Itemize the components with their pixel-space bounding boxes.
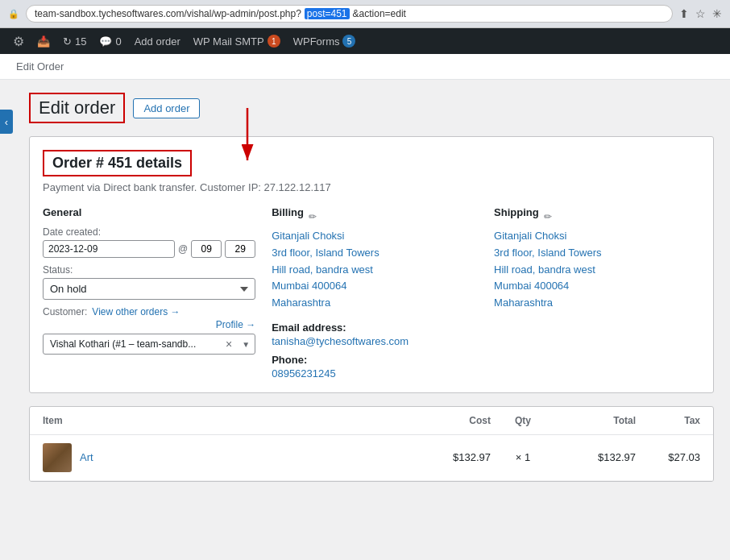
url-highlight: post=451 xyxy=(305,8,350,19)
new-label: Add order xyxy=(135,35,180,48)
browser-actions: ⬆ ☆ ✳ xyxy=(679,7,722,20)
date-input[interactable] xyxy=(43,240,175,258)
billing-phone: 08956231245 xyxy=(272,367,478,380)
inbox-icon: 📥 xyxy=(37,35,50,48)
customer-clear-icon[interactable]: × xyxy=(221,338,237,351)
item-cost: $132.97 xyxy=(410,451,491,463)
billing-header: Billing ✏ xyxy=(272,206,478,226)
item-total: $132.97 xyxy=(555,451,636,463)
adminbar-inbox[interactable]: 📥 xyxy=(31,28,56,54)
add-order-button[interactable]: Add order xyxy=(133,98,200,118)
sidebar-toggle[interactable]: ‹ xyxy=(0,110,13,134)
shipping-address: Gitanjali Choksi 3rd floor, Island Tower… xyxy=(494,228,700,312)
breadcrumb-bar: Edit Order xyxy=(0,54,730,80)
status-field: Status: On hold Pending payment Processi… xyxy=(43,264,255,300)
billing-phone-label: Phone: xyxy=(272,354,478,366)
adminbar-new[interactable]: Add order xyxy=(128,28,187,54)
shipping-address1: 3rd floor, Island Towers xyxy=(494,245,700,262)
shipping-header: Shipping ✏ xyxy=(494,206,700,226)
customer-select-row[interactable]: Vishal Kothari (#1 – team-sandb... × ▼ xyxy=(43,334,255,355)
shipping-city-zip: Mumbai 400064 xyxy=(494,278,700,295)
minute-input[interactable] xyxy=(225,240,255,258)
shipping-edit-icon[interactable]: ✏ xyxy=(544,211,552,222)
item-qty: × 1 xyxy=(491,451,555,463)
order-sections: General Date created: @ Status: On hold … xyxy=(43,206,700,380)
profile-link[interactable]: Profile → xyxy=(216,319,255,330)
billing-email-label: Email address: xyxy=(272,321,478,334)
comments-count: 0 xyxy=(115,35,121,48)
customer-dropdown-icon[interactable]: ▼ xyxy=(237,340,255,349)
customer-value: Vishal Kothari (#1 – team-sandb... xyxy=(44,334,221,354)
table-row: Art $132.97 × 1 $132.97 $27.03 xyxy=(30,435,713,481)
general-title: General xyxy=(43,206,255,218)
billing-address: Gitanjali Choksi 3rd floor, Island Tower… xyxy=(272,228,478,312)
billing-section: Billing ✏ Gitanjali Choksi 3rd floor, Is… xyxy=(272,206,478,380)
adminbar-comments[interactable]: 💬 0 xyxy=(93,28,127,54)
comments-icon: 💬 xyxy=(99,35,112,48)
date-row: @ xyxy=(43,240,255,258)
shipping-name: Gitanjali Choksi xyxy=(494,228,700,245)
wpmail-label: WP Mail SMTP xyxy=(193,35,264,48)
wpforms-label: WPForms xyxy=(293,35,340,48)
shipping-title: Shipping xyxy=(494,206,539,218)
profile-row: Profile → xyxy=(43,319,255,330)
date-field: Date created: @ xyxy=(43,226,255,258)
breadcrumb: Edit Order xyxy=(16,60,64,73)
wp-logo[interactable]: ⚙ xyxy=(6,28,31,54)
general-section: General Date created: @ Status: On hold … xyxy=(43,206,255,380)
main-content: ‹ Edit order Add order Order # 451 detai… xyxy=(0,80,730,490)
item-thumbnail xyxy=(43,443,72,472)
customer-label: Customer: xyxy=(43,306,87,317)
items-card: Item Cost Qty Total Tax Art $132.97 × 1 … xyxy=(29,406,714,482)
col-total: Total xyxy=(555,415,636,426)
bookmark-icon[interactable]: ☆ xyxy=(695,7,706,20)
date-label: Date created: xyxy=(43,226,255,238)
billing-state: Maharashtra xyxy=(272,295,478,312)
order-details-card: Order # 451 details Payment via Direct b… xyxy=(29,136,714,393)
col-item: Item xyxy=(43,415,410,426)
billing-address2: Hill road, bandra west xyxy=(272,262,478,279)
status-label: Status: xyxy=(43,264,255,276)
updates-count: 15 xyxy=(75,35,86,48)
shipping-section: Shipping ✏ Gitanjali Choksi 3rd floor, I… xyxy=(494,206,700,380)
wp-admin-bar: ⚙ 📥 ↻ 15 💬 0 Add order WP Mail SMTP 1 WP… xyxy=(0,28,730,54)
share-icon[interactable]: ⬆ xyxy=(679,7,689,20)
shipping-address2: Hill road, bandra west xyxy=(494,262,700,279)
adminbar-wpforms[interactable]: WPForms 5 xyxy=(287,28,363,54)
url-suffix: &action=edit xyxy=(353,8,406,19)
extension-icon[interactable]: ✳ xyxy=(712,7,722,20)
shipping-state: Maharashtra xyxy=(494,295,700,312)
item-name-link[interactable]: Art xyxy=(80,451,93,463)
billing-title: Billing xyxy=(272,206,304,218)
wpmail-badge: 1 xyxy=(268,35,280,48)
status-select[interactable]: On hold Pending payment Processing Compl… xyxy=(43,278,255,300)
page-title-area: Edit order Add order xyxy=(29,93,714,123)
items-table-header: Item Cost Qty Total Tax xyxy=(30,407,713,435)
col-cost: Cost xyxy=(410,415,491,426)
adminbar-wpmail[interactable]: WP Mail SMTP 1 xyxy=(187,28,287,54)
item-thumb-inner xyxy=(43,443,72,472)
browser-bar: 🔒 team-sandbox.tychesoftwares.com/vishal… xyxy=(0,0,730,28)
view-other-orders-link[interactable]: View other orders → xyxy=(92,306,180,317)
billing-city-zip: Mumbai 400064 xyxy=(272,278,478,295)
billing-email: tanisha@tychesoftwares.com xyxy=(272,335,478,347)
col-tax: Tax xyxy=(636,415,700,426)
billing-name: Gitanjali Choksi xyxy=(272,228,478,245)
lock-icon: 🔒 xyxy=(8,9,19,19)
address-bar[interactable]: team-sandbox.tychesoftwares.com/vishal/w… xyxy=(26,5,673,23)
updates-icon: ↻ xyxy=(63,35,72,48)
page-title: Edit order xyxy=(29,93,125,123)
col-qty: Qty xyxy=(491,415,555,426)
url-prefix: team-sandbox.tychesoftwares.com/vishal/w… xyxy=(35,8,301,19)
at-sign: @ xyxy=(178,243,188,255)
adminbar-updates[interactable]: ↻ 15 xyxy=(56,28,93,54)
order-title: Order # 451 details xyxy=(43,150,192,176)
billing-address1: 3rd floor, Island Towers xyxy=(272,245,478,262)
billing-edit-icon[interactable]: ✏ xyxy=(309,211,317,222)
wpforms-badge: 5 xyxy=(342,35,355,48)
item-tax: $27.03 xyxy=(636,451,700,463)
item-name-cell: Art xyxy=(43,443,410,472)
order-subtitle: Payment via Direct bank transfer. Custom… xyxy=(43,181,700,193)
customer-row: Customer: View other orders → xyxy=(43,306,255,317)
hour-input[interactable] xyxy=(191,240,222,258)
